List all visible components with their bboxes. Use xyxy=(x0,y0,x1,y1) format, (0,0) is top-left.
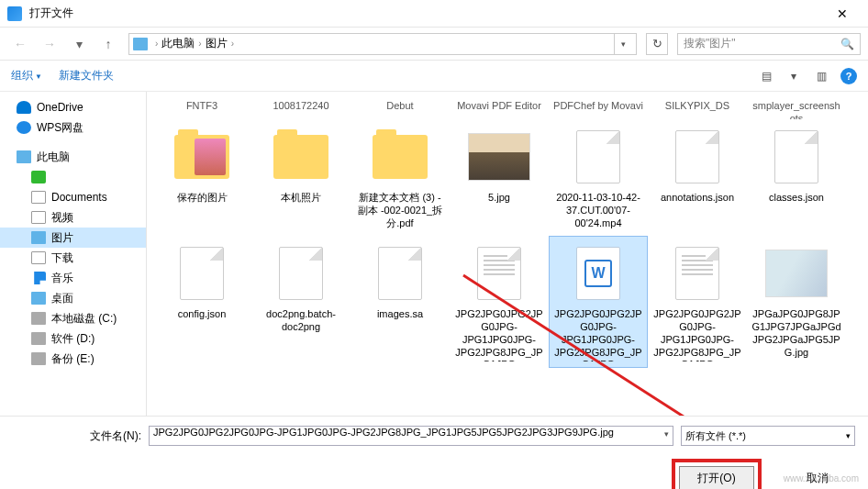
list-item[interactable]: smplayer_screenshots xyxy=(747,94,846,119)
view-mode-drop-icon[interactable]: ▾ xyxy=(785,68,802,84)
search-placeholder: 搜索"图片" xyxy=(684,36,840,51)
sidebar-item-label: OneDrive xyxy=(37,101,83,114)
file-item[interactable]: config.json xyxy=(152,236,251,368)
breadcrumb-sep-icon: › xyxy=(231,39,234,49)
drive-icon xyxy=(31,312,46,325)
sidebar-item-label: WPS网盘 xyxy=(37,120,83,136)
video-icon xyxy=(31,211,46,224)
file-item[interactable]: WJPG2JPG0JPG2JPG0JPG-JPG1JPG0JPG-JPG2JPG… xyxy=(549,236,648,368)
music-icon xyxy=(31,272,46,284)
search-input[interactable]: 搜索"图片" 🔍 xyxy=(677,33,861,55)
file-item[interactable]: doc2png.batch-doc2png xyxy=(251,236,351,368)
chevron-down-icon[interactable]: ▾ xyxy=(664,429,669,439)
file-item-label: 保存的图片 xyxy=(157,192,247,205)
annotation-highlight: 打开(O) xyxy=(672,459,762,489)
sidebar-item-desktop[interactable]: 桌面 xyxy=(0,288,146,308)
sidebar-item-onedrive[interactable]: OneDrive xyxy=(0,97,146,117)
file-item[interactable]: 2020-11-03-10-42-37.CUT.00'07-00'24.mp4 xyxy=(549,119,648,236)
image-thumbnail xyxy=(468,133,530,181)
help-icon[interactable]: ? xyxy=(840,68,857,84)
file-item[interactable]: images.sa xyxy=(351,236,450,368)
folder-icon xyxy=(373,135,428,179)
breadcrumb-sep-icon: › xyxy=(155,39,158,49)
file-item-label: classes.json xyxy=(751,192,841,205)
sidebar-item-label: 此电脑 xyxy=(37,150,70,165)
file-item[interactable]: 保存的图片 xyxy=(152,119,251,236)
file-item-label: annotations.json xyxy=(652,192,742,205)
breadcrumb-item-thispc[interactable]: 此电脑 xyxy=(161,36,195,51)
image-thumbnail xyxy=(765,250,828,297)
file-item-label: JPGaJPG0JPG8JPG1JPG7JPGaJPGdJPG2JPGaJPG5… xyxy=(751,308,841,359)
list-item[interactable]: 1008172240 xyxy=(251,94,351,119)
list-item[interactable]: PDFChef by Movavi xyxy=(549,94,648,119)
sidebar-item-label: 备份 (E:) xyxy=(51,351,95,367)
list-item[interactable]: FNTF3 xyxy=(152,94,251,119)
drive-icon xyxy=(31,352,46,365)
view-mode-icon[interactable]: ▤ xyxy=(758,68,774,84)
file-item-label: 5.jpg xyxy=(454,192,544,205)
list-item[interactable]: Debut xyxy=(351,94,450,119)
file-item[interactable]: JPG2JPG0JPG2JPG0JPG-JPG1JPG0JPG-JPG2JPG8… xyxy=(450,236,549,368)
breadcrumb-drop-icon[interactable]: ▾ xyxy=(614,34,632,54)
sidebar: OneDrive WPS网盘 此电脑 Documents 视频 图片 下载 音乐… xyxy=(0,92,147,440)
file-item[interactable]: annotations.json xyxy=(648,119,747,236)
nav-back-button[interactable]: ← xyxy=(7,33,33,55)
box-icon xyxy=(31,171,46,183)
list-item[interactable]: SILKYPIX_DS xyxy=(648,94,747,119)
sidebar-item-pictures[interactable]: 图片 xyxy=(0,228,146,248)
new-folder-button[interactable]: 新建文件夹 xyxy=(59,68,114,83)
sidebar-item-drive-d[interactable]: 软件 (D:) xyxy=(0,328,146,349)
file-icon xyxy=(180,247,224,300)
nav-forward-button[interactable]: → xyxy=(37,33,62,55)
file-item-label: doc2png.batch-doc2png xyxy=(256,308,346,334)
filename-label: 文件名(N): xyxy=(13,428,141,444)
sidebar-item-drive-c[interactable]: 本地磁盘 (C:) xyxy=(0,308,146,328)
organize-menu[interactable]: 组织▼ xyxy=(11,68,42,83)
breadcrumb[interactable]: › 此电脑 › 图片 › ▾ xyxy=(128,33,637,55)
sidebar-item-downloads[interactable]: 下载 xyxy=(0,248,146,268)
sidebar-item-box[interactable] xyxy=(0,167,146,187)
filename-input[interactable]: JPG2JPG0JPG2JPG0JPG-JPG1JPG0JPG-JPG2JPG8… xyxy=(149,426,673,446)
file-item-label: 新建文本文档 (3) - 副本 -002-0021_拆分.pdf xyxy=(355,192,445,229)
nav-up-button[interactable]: ↑ xyxy=(95,33,121,55)
pc-icon xyxy=(133,38,148,50)
close-button[interactable]: ✕ xyxy=(824,6,861,21)
file-item[interactable]: 5.jpg xyxy=(450,119,549,236)
file-grid[interactable]: FNTF3 1008172240 Debut Movavi PDF Editor… xyxy=(147,92,868,440)
file-item-label: JPG2JPG0JPG2JPG0JPG-JPG1JPG0JPG-JPG2JPG8… xyxy=(454,308,544,361)
drive-icon xyxy=(31,332,46,345)
document-icon xyxy=(31,191,46,204)
sidebar-item-thispc[interactable]: 此电脑 xyxy=(0,147,146,167)
file-item[interactable]: classes.json xyxy=(747,119,846,236)
breadcrumb-item-pictures[interactable]: 图片 xyxy=(206,36,228,51)
open-button[interactable]: 打开(O) xyxy=(679,466,754,489)
list-item[interactable]: Movavi PDF Editor xyxy=(450,94,549,119)
sidebar-item-drive-e[interactable]: 备份 (E:) xyxy=(0,349,146,369)
sidebar-item-label: 视频 xyxy=(51,210,73,226)
folder-icon xyxy=(273,135,328,179)
app-icon xyxy=(7,6,22,21)
refresh-button[interactable]: ↻ xyxy=(646,33,668,55)
file-item[interactable]: 本机照片 xyxy=(251,119,351,236)
filename-value: JPG2JPG0JPG2JPG0JPG-JPG1JPG0JPG-JPG2JPG8… xyxy=(153,427,614,438)
sidebar-item-videos[interactable]: 视频 xyxy=(0,207,146,228)
file-item[interactable]: 新建文本文档 (3) - 副本 -002-0021_拆分.pdf xyxy=(351,119,450,236)
filetype-filter[interactable]: 所有文件 (*.*) ▾ xyxy=(681,426,855,446)
filetype-filter-label: 所有文件 (*.*) xyxy=(685,429,746,443)
file-item[interactable]: JPGaJPG0JPG8JPG1JPG7JPGaJPGdJPG2JPGaJPG5… xyxy=(747,236,846,368)
file-item-label: 2020-11-03-10-42-37.CUT.00'07-00'24.mp4 xyxy=(553,192,643,229)
chevron-down-icon[interactable]: ▾ xyxy=(66,33,92,55)
search-icon: 🔍 xyxy=(840,38,854,50)
preview-pane-icon[interactable]: ▥ xyxy=(813,68,829,84)
file-item[interactable]: JPG2JPG0JPG2JPG0JPG-JPG1JPG0JPG-JPG2JPG8… xyxy=(648,236,747,368)
file-item-label: images.sa xyxy=(355,308,445,321)
sidebar-item-music[interactable]: 音乐 xyxy=(0,268,146,288)
wps-icon xyxy=(17,121,31,134)
sidebar-item-label: 下载 xyxy=(51,250,73,266)
sidebar-item-wps[interactable]: WPS网盘 xyxy=(0,117,146,138)
file-icon xyxy=(477,247,521,300)
folder-icon xyxy=(174,135,229,179)
sidebar-item-documents[interactable]: Documents xyxy=(0,187,146,207)
chevron-down-icon: ▾ xyxy=(846,431,851,440)
breadcrumb-sep-icon: › xyxy=(198,39,201,49)
